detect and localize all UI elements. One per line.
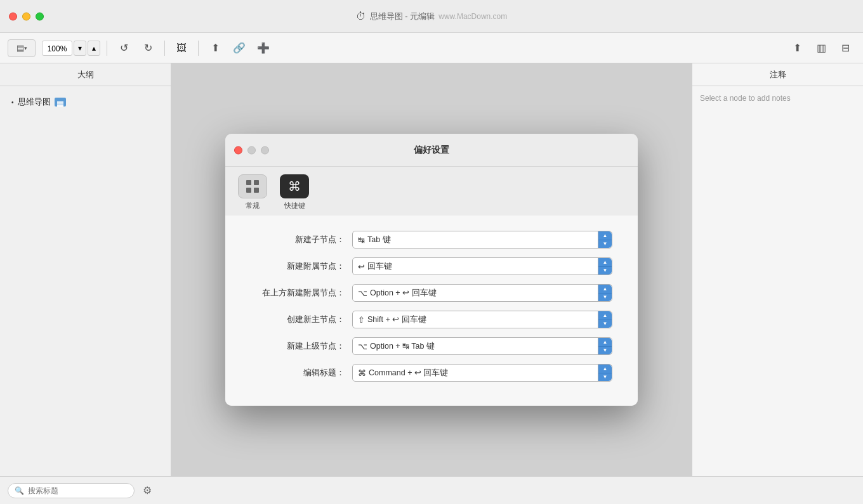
plus-button[interactable]: ➕	[253, 39, 273, 57]
prefs-row-2: 在上方新建附属节点： ⌥ Option + ↩ 回车键 ▲ ▼	[251, 284, 612, 302]
prefs-select-1[interactable]: ↩ 回车键 ▲ ▼	[352, 257, 612, 275]
stepper-up-4[interactable]: ▲	[598, 338, 612, 347]
plus-icon: ➕	[257, 42, 270, 54]
title-bar: ⏱ 思维导图 - 元编辑 www.MacDown.com	[0, 0, 863, 33]
list-item[interactable]: • 思维导图	[8, 94, 163, 110]
search-box: 🔍	[8, 483, 135, 498]
prefs-row-1: 新建附属节点： ↩ 回车键 ▲ ▼	[251, 257, 612, 275]
prefs-select-5[interactable]: ⌘ Command + ↩ 回车键 ▲ ▼	[352, 364, 612, 382]
canvas-area: 偏好设置 常规	[171, 63, 692, 476]
general-tab-icon	[238, 174, 267, 198]
prefs-select-wrapper-3: ⇧ Shift + ↩ 回车键 ▲ ▼	[352, 311, 612, 328]
redo-button[interactable]: ↻	[138, 39, 158, 57]
stepper-down-3[interactable]: ▼	[598, 320, 612, 328]
stepper-up-2[interactable]: ▲	[598, 285, 612, 294]
stepper-down-1[interactable]: ▼	[598, 267, 612, 275]
link-icon: 🔗	[233, 42, 246, 54]
link-button[interactable]: 🔗	[229, 39, 249, 57]
zoom-down-button[interactable]: ▾	[74, 41, 86, 56]
prefs-traffic-lights	[234, 146, 269, 154]
key-symbol-4: ⌥	[358, 342, 367, 351]
key-symbol-5: ⌘	[358, 368, 366, 378]
key-text-1: 回车键	[367, 261, 392, 272]
key-symbol-2: ⌥	[358, 288, 367, 298]
tab-general[interactable]: 常规	[238, 174, 267, 216]
key-text-4: Option + ↹ Tab 键	[370, 341, 435, 352]
panel-icon: ▥	[817, 42, 826, 54]
toolbar-separator-2	[164, 41, 165, 56]
minimize-button[interactable]	[22, 12, 30, 20]
notes-header: 注释	[692, 63, 863, 86]
prefs-minimize-button[interactable]	[247, 146, 256, 154]
chevron-down-icon: ▾	[24, 45, 27, 51]
prefs-select-0[interactable]: ↹ Tab 键 ▲ ▼	[352, 231, 612, 249]
watermark: www.MacDown.com	[438, 12, 507, 21]
shortcuts-tab-icon: ⌘	[280, 174, 309, 198]
prefs-select-4[interactable]: ⌥ Option + ↹ Tab 键 ▲ ▼	[352, 337, 612, 355]
prefs-select-3[interactable]: ⇧ Shift + ↩ 回车键 ▲ ▼	[352, 311, 612, 328]
prefs-stepper-1: ▲ ▼	[598, 258, 612, 275]
prefs-dialog: 偏好设置 常规	[225, 134, 638, 406]
svg-rect-1	[254, 180, 259, 185]
sidebar: 大纲 • 思维导图	[0, 63, 171, 476]
svg-rect-3	[254, 188, 259, 193]
prefs-label-2: 在上方新建附属节点：	[251, 287, 352, 299]
general-icon-svg	[246, 179, 260, 193]
prefs-select-wrapper-5: ⌘ Command + ↩ 回车键 ▲ ▼	[352, 364, 612, 382]
redo-icon: ↻	[144, 42, 152, 54]
zoom-control: 100% ▾ ▴	[42, 41, 100, 56]
image-button[interactable]: 🖼	[171, 39, 192, 57]
tab-shortcuts-label: 快捷键	[284, 201, 305, 210]
svg-rect-0	[246, 180, 251, 185]
share-button[interactable]: ⬆	[787, 39, 807, 57]
toolbar: ▤ ▾ 100% ▾ ▴ ↺ ↻ 🖼 ⬆ 🔗 ➕ ⬆ ▥ ⊟	[0, 33, 863, 63]
panel-toggle-button[interactable]: ▥	[811, 39, 831, 57]
sidebar-header: 大纲	[0, 63, 171, 86]
settings-button[interactable]: ⚙	[140, 483, 155, 498]
toolbar-right: ⬆ ▥ ⊟	[787, 39, 855, 57]
prefs-label-3: 创建新主节点：	[251, 314, 352, 325]
stepper-up-1[interactable]: ▲	[598, 258, 612, 267]
maximize-button[interactable]	[36, 12, 44, 20]
stepper-up-3[interactable]: ▲	[598, 311, 612, 320]
prefs-row-3: 创建新主节点： ⇧ Shift + ↩ 回车键 ▲ ▼	[251, 311, 612, 328]
undo-button[interactable]: ↺	[114, 39, 134, 57]
undo-icon: ↺	[120, 42, 128, 54]
prefs-title-bar: 偏好设置	[225, 134, 638, 167]
search-input[interactable]	[28, 486, 123, 495]
export-button[interactable]: ⬆	[205, 39, 225, 57]
tab-general-label: 常规	[246, 201, 260, 210]
stepper-up-0[interactable]: ▲	[598, 231, 612, 240]
sidebar-content: • 思维导图	[0, 86, 171, 476]
prefs-label-5: 编辑标题：	[251, 367, 352, 378]
key-symbol-1: ↩	[358, 262, 365, 271]
stepper-down-4[interactable]: ▼	[598, 347, 612, 355]
key-text-5: Command + ↩ 回车键	[369, 368, 448, 378]
prefs-row-0: 新建子节点： ↹ Tab 键 ▲ ▼	[251, 231, 612, 249]
stepper-down-5[interactable]: ▼	[598, 373, 612, 382]
prefs-close-button[interactable]	[234, 146, 242, 154]
prefs-row-5: 编辑标题： ⌘ Command + ↩ 回车键 ▲ ▼	[251, 364, 612, 382]
close-button[interactable]	[9, 12, 17, 20]
stepper-up-5[interactable]: ▲	[598, 365, 612, 373]
prefs-select-wrapper-1: ↩ 回车键 ▲ ▼	[352, 257, 612, 275]
stepper-down-0[interactable]: ▼	[598, 240, 612, 249]
key-text-3: Shift + ↩ 回车键	[367, 314, 426, 325]
zoom-value: 100%	[42, 41, 72, 56]
prefs-label-4: 新建上级节点：	[251, 340, 352, 352]
search-icon: 🔍	[15, 486, 24, 495]
stepper-down-2[interactable]: ▼	[598, 294, 612, 302]
zoom-up-button[interactable]: ▴	[88, 41, 100, 56]
toolbar-separator-3	[198, 41, 199, 56]
prefs-tabs: 常规 ⌘ 快捷键	[225, 167, 638, 216]
prefs-row-4: 新建上级节点： ⌥ Option + ↹ Tab 键 ▲ ▼	[251, 337, 612, 355]
prefs-select-2[interactable]: ⌥ Option + ↩ 回车键 ▲ ▼	[352, 284, 612, 302]
node-icon	[55, 98, 66, 107]
key-symbol-3: ⇧	[358, 315, 365, 325]
prefs-maximize-button[interactable]	[261, 146, 269, 154]
tab-shortcuts[interactable]: ⌘ 快捷键	[280, 174, 309, 216]
modal-overlay: 偏好设置 常规	[171, 63, 692, 476]
window-title: ⏱ 思维导图 - 元编辑 www.MacDown.com	[356, 11, 508, 22]
sidebar-toggle-button[interactable]: ⊟	[835, 39, 855, 57]
view-toggle-button[interactable]: ▤ ▾	[8, 39, 36, 57]
